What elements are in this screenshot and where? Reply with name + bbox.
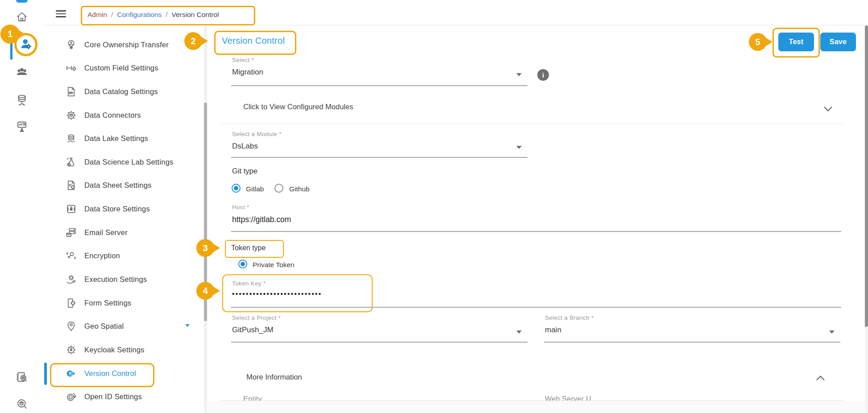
sidebar-item-geo-spatial[interactable]: Geo Spatial [43,314,203,338]
doc-gear-icon [64,179,78,191]
workspace-icon[interactable] [0,120,43,134]
clipped-field-fragment: Web Server U [545,395,723,401]
select-dropdown-icon[interactable] [516,73,522,76]
branch-dropdown-icon[interactable] [829,330,835,334]
project-select-value[interactable]: GitPush_JM [232,326,274,335]
branch-select-value[interactable]: main [545,326,561,335]
annotation-badge-3: 3 [196,239,214,257]
hamburger-icon[interactable] [56,8,66,19]
sidebar-item-custom-field-settings[interactable]: Custom Field Settings [43,56,203,80]
panel-divider [220,124,844,124]
sidebar-item-label: Custom Field Settings [84,64,158,72]
sidebar-active-indicator [44,363,47,385]
search-data-icon[interactable] [0,397,43,411]
module-select-label: Select a Module * [232,131,282,137]
sidebar-item-data-science-lab-settings[interactable]: Data Science Lab Settings [43,150,203,174]
sidebar-item-label: Data Catalog Settings [84,87,158,96]
configured-modules-panel-header[interactable]: Click to View Configured Modules [243,103,353,111]
module-dropdown-icon[interactable] [516,146,522,149]
sidebar-item-label: Data Science Lab Settings [84,158,173,166]
test-button[interactable]: Test [778,33,814,51]
sidebar-item-label: Execution Settings [84,275,147,284]
module-select-value[interactable]: DsLabs [232,142,258,151]
branch-select-label: Select a Branch * [545,314,594,321]
sidebar-item-data-catalog-settings[interactable]: LogData Catalog Settings [43,80,203,103]
sidebar-item-label: Data Lake Settings [84,134,148,143]
breadcrumb-configurations[interactable]: Configurations [117,11,162,19]
geo-spatial-chevron-icon[interactable] [185,324,190,327]
page-background-strip [207,401,865,413]
page-title: Version Control [222,36,285,46]
db-layers-icon [64,132,78,145]
token-key-input[interactable]: •••••••••••••••••••••••••• [232,290,322,297]
bulb-person-icon [64,39,78,51]
breadcrumb-current: Version Control [172,11,219,19]
vault-lock-icon [64,203,78,215]
hand-gear-icon [64,273,78,285]
chevron-down-icon[interactable] [824,103,832,111]
private-token-radio-label[interactable]: Private Token [253,261,295,269]
sidebar-item-label: Encryption [84,252,120,260]
sidebar-item-core-ownership-transfer[interactable]: Core Ownership Transfer [43,33,203,57]
host-label: Host * [232,204,249,211]
github-radio[interactable] [274,184,283,193]
audit-log-icon[interactable] [0,370,43,384]
github-radio-label[interactable]: Github [289,185,310,193]
svg-text:Log: Log [69,92,72,94]
sidebar-item-label: Core Ownership Transfer [84,41,169,49]
sidebar-item-email-server[interactable]: Email Server [43,221,203,244]
token-key-label: Token Key * [232,280,266,287]
sidebar-item-execution-settings[interactable]: Execution Settings [43,268,203,291]
save-button[interactable]: Save [820,33,856,51]
token-key-underline [231,307,841,308]
sidebar-item-label: Open ID Settings [84,392,142,401]
sidebar-item-encryption[interactable]: Encryption [43,244,203,268]
sidebar-item-data-connectors[interactable]: Data Connectors [43,103,203,127]
module-select-underline [231,157,527,158]
data-sources-icon[interactable] [0,93,43,107]
annotation-badge-5: 5 [749,33,767,51]
gitlab-radio[interactable] [232,184,241,193]
project-select-underline [231,342,527,343]
sidebar-item-form-settings[interactable]: Form Settings [43,291,203,315]
gear-lock-icon [64,344,78,356]
logo-fragment [16,0,28,3]
annotation-badge-2: 2 [184,32,202,50]
sidebar-item-data-sheet-settings[interactable]: Data Sheet Settings [43,173,203,197]
annotation-badge-4: 4 [196,282,214,300]
git-type-label: Git type [232,167,257,175]
host-underline [231,231,841,232]
breadcrumb-admin[interactable]: Admin [87,11,107,19]
gitlab-radio-label[interactable]: Gitlab [246,185,264,193]
user-groups-icon[interactable] [0,65,43,79]
host-input[interactable]: https://gitlab.com [232,215,291,224]
sidebar-item-version-control[interactable]: Version Control [43,362,203,385]
chevron-up-icon[interactable] [816,376,824,384]
sidebar-item-label: Geo Spatial [84,322,124,330]
admin-user-icon [19,37,33,52]
home-icon[interactable] [0,10,43,24]
sidebar-item-keycloak-settings[interactable]: Keycloak Settings [43,338,203,362]
sidebar-item-label: Email Server [84,228,128,237]
sidebar-item-open-id-settings[interactable]: Open ID Settings [43,385,203,409]
sidebar-item-label: Keycloak Settings [84,346,145,354]
sidebar-item-data-lake-settings[interactable]: Data Lake Settings [43,127,203,150]
annotation-badge-1: 1 [0,25,20,44]
private-token-radio[interactable] [238,260,247,268]
form-gear-icon [64,297,78,309]
mail-server-icon [64,227,78,239]
flask-gear-icon [64,156,78,168]
openid-icon [64,391,78,403]
window-scrollbar-thumb[interactable] [865,25,868,327]
info-icon[interactable]: i [537,69,549,81]
sidebar-item-data-store-settings[interactable]: Data Store Settings [43,197,203,221]
project-dropdown-icon[interactable] [516,330,522,334]
branch-select-underline [544,342,840,343]
gear-db-icon [64,109,78,121]
select-value[interactable]: Migration [232,68,263,77]
topbar-divider [43,25,868,25]
sidebar-item-label: Form Settings [84,299,131,307]
keys-icon [64,250,78,262]
more-information-panel-header[interactable]: More Information [246,373,302,381]
select-label: Select * [232,57,254,63]
